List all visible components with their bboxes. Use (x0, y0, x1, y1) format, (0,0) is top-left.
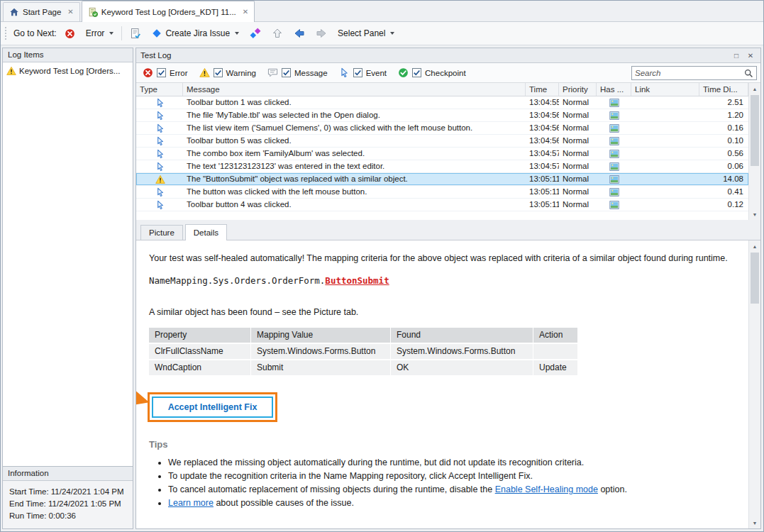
app-window: Start Page ✕ Keyword Test Log [Orders_KD… (0, 0, 764, 532)
col-has[interactable]: Has ... (597, 83, 631, 96)
col-time-diff[interactable]: Time Di... (699, 83, 748, 96)
tab-label: Start Page (23, 8, 61, 16)
navigate-up-button[interactable] (269, 26, 286, 41)
warning-checkbox[interactable] (214, 68, 223, 77)
close-tab-icon[interactable]: ✕ (243, 9, 248, 16)
chevron-down-icon (235, 32, 239, 35)
accept-fix-highlight-box: Accept Intelligent Fix (148, 392, 277, 422)
scroll-up-icon[interactable]: ▲ (749, 83, 760, 94)
event-icon (155, 136, 165, 146)
tip-item: Learn more about possible causes of the … (168, 497, 743, 510)
picture-icon (609, 137, 619, 145)
mapping-cell: ClrFullClassName (149, 344, 250, 359)
test-log-title: Test Log (140, 51, 171, 60)
picture-icon (609, 111, 619, 120)
warning-icon (155, 174, 165, 184)
tips-heading: Tips (149, 439, 743, 450)
jira-icon (152, 28, 162, 38)
event-icon (155, 162, 165, 172)
link-cell (631, 160, 699, 172)
post-issue-button[interactable] (127, 26, 144, 41)
filter-warning: Warning (199, 67, 256, 78)
filter-bar: Error Warning Message Event Checkpoint (136, 63, 760, 83)
message-checkbox[interactable] (282, 68, 291, 77)
learn-more-link[interactable]: Learn more (168, 498, 214, 508)
log-row[interactable]: Toolbar button 4 was clicked. 13:05:11 N… (136, 199, 748, 211)
scroll-down-icon[interactable]: ▼ (749, 517, 760, 528)
warning-filter-label[interactable]: Warning (226, 69, 256, 77)
picture-icon (609, 124, 619, 133)
log-row[interactable]: The combo box item 'FamilyAlbum' was sel… (136, 148, 748, 160)
col-link[interactable]: Link (631, 83, 699, 96)
log-row[interactable]: Toolbar button 1 was clicked. 13:04:55 N… (136, 96, 748, 109)
log-row[interactable]: The text '123123123123' was entered in t… (136, 160, 748, 173)
close-tab-icon[interactable]: ✕ (67, 9, 73, 16)
accept-intelligent-fix-button[interactable]: Accept Intelligent Fix (152, 397, 273, 418)
tab-keyword-test-log[interactable]: Keyword Test Log [Orders_KDT] 11... ✕ (82, 1, 255, 22)
event-filter-label[interactable]: Event (366, 69, 387, 77)
event-icon (155, 123, 165, 133)
picture-icon (609, 175, 619, 184)
event-icon (155, 149, 165, 159)
scroll-up-icon[interactable]: ▲ (749, 240, 760, 252)
mapping-col-action: Action (533, 328, 577, 343)
details-scrollbar[interactable]: ▲ ▼ (748, 240, 760, 528)
search-box[interactable] (631, 66, 757, 80)
picture-icon (609, 188, 619, 196)
tab-picture[interactable]: Picture (140, 225, 183, 240)
col-message[interactable]: Message (183, 83, 526, 96)
filter-error: Error (143, 67, 188, 78)
error-filter-label[interactable]: Error (170, 69, 188, 77)
detail-tabs: Picture Details (140, 224, 229, 240)
search-input[interactable] (635, 69, 744, 77)
mapping-cell: System.Windows.Forms.Button (391, 344, 533, 359)
error-checkbox[interactable] (157, 68, 166, 77)
scroll-down-icon[interactable]: ▼ (749, 209, 760, 220)
mapping-cell (533, 344, 577, 359)
end-time-text: End Time: 11/24/2021 1:05 PM (9, 498, 126, 510)
create-jira-issue-button[interactable]: Create Jira Issue (149, 26, 242, 40)
message-filter-label[interactable]: Message (294, 69, 328, 77)
enable-self-healing-link[interactable]: Enable Self-Healing mode (495, 484, 598, 494)
error-type-dropdown[interactable]: Error (83, 26, 117, 40)
test-log-panel-header: Test Log □ ✕ (136, 48, 760, 63)
checkpoint-filter-label[interactable]: Checkpoint (425, 69, 466, 77)
navigate-back-button[interactable] (291, 26, 308, 41)
log-items-tree-item[interactable]: Keyword Test Log [Orders... (3, 62, 133, 79)
log-row[interactable]: Toolbar button 5 was clicked. 13:04:56 N… (136, 135, 748, 148)
log-row-selected[interactable]: The "ButtonSubmit" object was replaced w… (136, 173, 748, 186)
button-submit-highlight: ButtonSubmit (325, 275, 389, 286)
log-table-header: Type Message Time Priority Has ... Link … (136, 83, 748, 96)
chevron-down-icon (390, 32, 394, 35)
similar-object-text: A similar object has been found – see th… (149, 307, 743, 317)
go-to-next-error-button[interactable] (62, 26, 78, 41)
event-icon (155, 187, 165, 197)
link-cell (631, 122, 699, 134)
tab-details[interactable]: Details (185, 224, 227, 240)
arrow-up-icon (272, 28, 283, 39)
checkpoint-checkbox[interactable] (412, 68, 421, 77)
tip-item: We replaced the missing object automatic… (168, 456, 743, 470)
col-type[interactable]: Type (136, 83, 183, 96)
log-row[interactable]: The list view item ('Samuel Clemens', 0)… (136, 122, 748, 135)
col-time[interactable]: Time (526, 83, 559, 96)
event-checkbox[interactable] (353, 68, 362, 77)
information-panel: Information Start Time: 11/24/2021 1:04 … (3, 466, 133, 528)
navigate-forward-button[interactable] (313, 26, 330, 41)
scroll-thumb[interactable] (751, 95, 759, 166)
maximize-panel-icon[interactable]: □ (731, 50, 742, 61)
tree-item-label: Keyword Test Log [Orders... (19, 67, 120, 75)
log-row[interactable]: The file 'MyTable.tbl' was selected in t… (136, 109, 748, 122)
tab-start-page[interactable]: Start Page ✕ (3, 2, 80, 21)
toolbar-grip[interactable] (5, 27, 8, 40)
tab-label: Keyword Test Log [Orders_KDT] 11... (101, 8, 236, 16)
close-panel-icon[interactable]: ✕ (745, 50, 756, 61)
jira-bulk-button[interactable] (247, 26, 264, 41)
warning-icon (199, 67, 210, 78)
toolbar-separator (121, 26, 122, 40)
select-panel-dropdown[interactable]: Select Panel (335, 26, 397, 40)
scroll-thumb[interactable] (751, 253, 759, 304)
log-table-scrollbar[interactable]: ▲ ▼ (748, 83, 760, 220)
col-priority[interactable]: Priority (559, 83, 597, 96)
log-row[interactable]: The button was clicked with the left mou… (136, 186, 748, 199)
